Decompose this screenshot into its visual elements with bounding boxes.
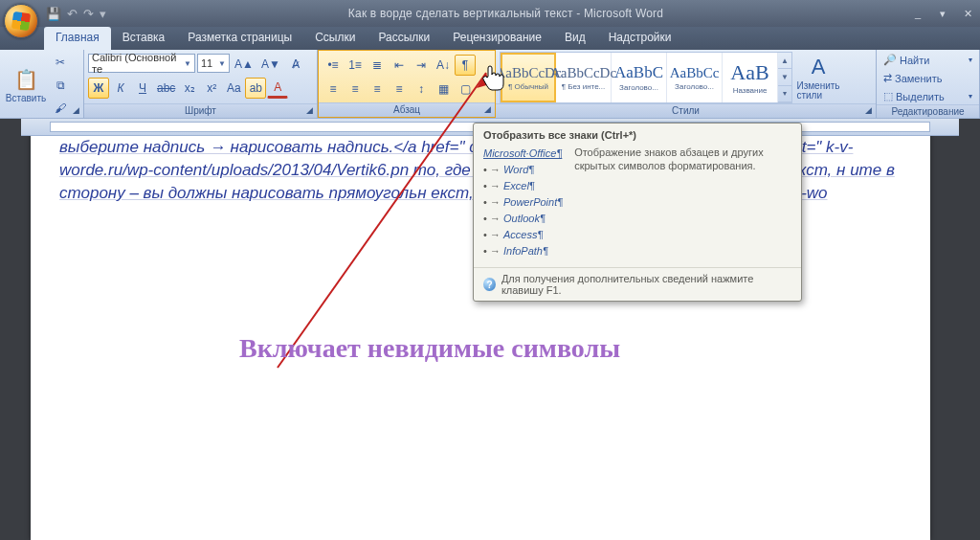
replace-icon: ⇄: [883, 72, 892, 84]
italic-button[interactable]: К: [110, 78, 131, 99]
numbering-button[interactable]: 1≡: [345, 55, 366, 76]
superscript-button[interactable]: x²: [201, 78, 222, 99]
justify-button[interactable]: ≡: [389, 79, 410, 100]
styles-dialog-launcher[interactable]: ◢: [862, 105, 874, 117]
styles-gallery[interactable]: AaBbCcDc¶ Обычный AaBbCcDc¶ Без инте... …: [500, 52, 792, 103]
style-no-spacing[interactable]: AaBbCcDc¶ Без инте...: [556, 53, 612, 102]
font-dialog-launcher[interactable]: ◢: [303, 105, 315, 117]
align-center-button[interactable]: ≡: [345, 79, 366, 100]
pilcrow-tooltip: Отобразить все знаки (Ctrl+*) Microsoft·…: [473, 123, 802, 302]
tab-insert[interactable]: Вставка: [111, 27, 177, 50]
copy-icon: ⧉: [56, 79, 65, 92]
ribbon-tabstrip: Главная Вставка Разметка страницы Ссылки…: [0, 27, 980, 50]
paste-label: Вставить: [6, 93, 46, 103]
group-paragraph-label: Абзац: [319, 102, 495, 117]
select-button[interactable]: ⬚Выделить▾: [880, 88, 975, 104]
chevron-down-icon: ▼: [184, 59, 191, 68]
format-painter-button[interactable]: 🖌: [50, 98, 71, 119]
quick-access-toolbar: 💾 ↶ ↷ ▾: [46, 7, 106, 21]
ribbon-toggle-button[interactable]: ▾: [930, 5, 955, 22]
change-case-button[interactable]: Aa: [223, 78, 244, 99]
clipboard-dialog-launcher[interactable]: ◢: [70, 105, 81, 117]
help-icon: ?: [483, 278, 496, 291]
gallery-up-icon[interactable]: ▲: [778, 53, 791, 69]
tooltip-preview-list: Microsoft·Office¶ Word¶ Excel¶ PowerPoin…: [483, 146, 563, 259]
style-title[interactable]: AaBНазвание: [723, 53, 778, 102]
minimize-button[interactable]: _: [905, 5, 930, 22]
copy-button[interactable]: ⧉: [50, 75, 71, 96]
binoculars-icon: 🔎: [883, 54, 897, 66]
multilevel-list-button[interactable]: ≣: [367, 55, 388, 76]
tab-page-layout[interactable]: Разметка страницы: [176, 27, 303, 50]
cut-button[interactable]: ✂: [50, 52, 71, 73]
font-name-combo[interactable]: Calibri (Основной те▼: [88, 54, 195, 73]
line-spacing-button[interactable]: ↕: [411, 79, 432, 100]
font-size-combo[interactable]: 11▼: [197, 54, 230, 73]
group-editing-label: Редактирование: [877, 104, 979, 118]
paragraph-dialog-launcher[interactable]: ◢: [481, 104, 493, 116]
gallery-expand-icon[interactable]: ▾: [778, 86, 791, 102]
group-styles-label: Стили: [496, 103, 876, 118]
qat-undo-icon[interactable]: ↶: [67, 7, 78, 21]
brush-icon: 🖌: [55, 101, 66, 115]
tooltip-title: Отобразить все знаки (Ctrl+*): [474, 124, 801, 144]
strikethrough-button[interactable]: abc: [154, 78, 178, 99]
tab-addins[interactable]: Надстройки: [597, 27, 683, 50]
underline-button[interactable]: Ч: [132, 78, 153, 99]
clear-formatting-button[interactable]: A̷: [285, 54, 306, 75]
window-title: Как в ворде сделать вертикальный текст -…: [106, 7, 905, 20]
titlebar: 💾 ↶ ↷ ▾ Как в ворде сделать вертикальный…: [0, 0, 980, 27]
tab-view[interactable]: Вид: [553, 27, 597, 50]
shading-button[interactable]: ▦: [433, 79, 454, 100]
tab-review[interactable]: Рецензирование: [441, 27, 553, 50]
font-color-button[interactable]: A: [267, 78, 288, 99]
align-right-button[interactable]: ≡: [367, 79, 388, 100]
qat-save-icon[interactable]: 💾: [46, 7, 61, 21]
office-logo-icon: [11, 11, 31, 31]
grow-font-button[interactable]: A▲: [232, 54, 256, 75]
ribbon: 📋 Вставить ✂ ⧉ 🖌 Буфер обмена ◢ Calibri …: [0, 50, 980, 119]
qat-customize-icon[interactable]: ▾: [100, 7, 106, 21]
show-hide-marks-button[interactable]: ¶: [455, 55, 476, 76]
align-left-button[interactable]: ≡: [323, 79, 344, 100]
window-controls: _ ▾ ✕: [905, 5, 980, 22]
gallery-scroll: ▲ ▼ ▾: [778, 53, 791, 102]
style-heading1[interactable]: AaBbCЗаголово...: [612, 53, 667, 102]
style-heading2[interactable]: AaBbCcЗаголово...: [667, 53, 723, 102]
tooltip-help-footer: ? Для получения дополнительных сведений …: [474, 267, 801, 301]
chevron-down-icon: ▼: [218, 59, 226, 68]
group-font-label: Шрифт: [84, 103, 317, 118]
qat-redo-icon[interactable]: ↷: [83, 7, 94, 21]
office-button[interactable]: [4, 4, 38, 38]
style-normal[interactable]: AaBbCcDc¶ Обычный: [501, 53, 556, 102]
font-name-value: Calibri (Основной те: [92, 52, 181, 75]
gallery-down-icon[interactable]: ▼: [778, 69, 791, 85]
increase-indent-button[interactable]: ⇥: [411, 55, 432, 76]
close-button[interactable]: ✕: [955, 5, 980, 22]
bold-button[interactable]: Ж: [88, 78, 109, 99]
font-size-value: 11: [201, 57, 212, 69]
change-styles-label: Изменить стили: [796, 81, 839, 101]
paste-button[interactable]: 📋 Вставить: [4, 59, 48, 111]
tooltip-description: Отображение знаков абзацев и других скры…: [574, 146, 791, 259]
tab-home[interactable]: Главная: [44, 27, 111, 50]
shrink-font-button[interactable]: A▼: [258, 54, 283, 75]
bullets-button[interactable]: •≡: [323, 55, 344, 76]
change-styles-button[interactable]: A Изменить стили: [796, 52, 840, 103]
tab-references[interactable]: Ссылки: [303, 27, 367, 50]
find-button[interactable]: 🔎Найти▾: [880, 52, 975, 68]
tab-mailings[interactable]: Рассылки: [367, 27, 441, 50]
decrease-indent-button[interactable]: ⇤: [389, 55, 410, 76]
subscript-button[interactable]: x₂: [179, 78, 200, 99]
replace-button[interactable]: ⇄Заменить: [880, 70, 975, 86]
change-styles-icon: A: [812, 55, 826, 79]
highlight-button[interactable]: ab: [245, 78, 266, 99]
borders-button[interactable]: ▢: [455, 79, 476, 100]
scissors-icon: ✂: [56, 56, 65, 69]
sort-button[interactable]: A↓: [433, 55, 454, 76]
clipboard-icon: 📋: [14, 68, 38, 91]
cursor-icon: ⬚: [883, 90, 893, 102]
